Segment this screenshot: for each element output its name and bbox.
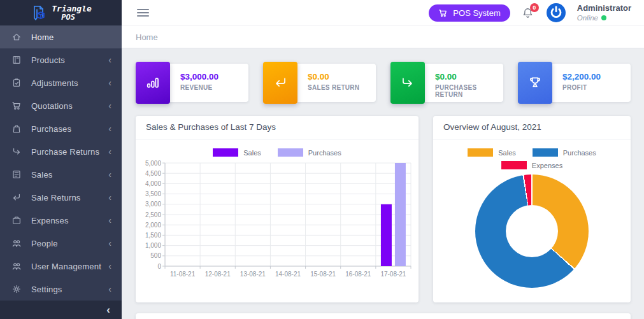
sidebar-item-home[interactable]: Home [0,25,122,48]
legend-item-sales[interactable]: Sales [213,148,261,157]
stat-value: $0.00 [308,72,376,82]
pos-system-button-label: POS System [453,8,500,18]
user-avatar[interactable] [547,3,566,22]
return-left-icon [273,75,288,90]
sidebar-item-people[interactable]: People‹ [0,232,122,255]
sidebar-item-purchases[interactable]: Purchases‹ [0,117,122,140]
donut-hole [506,205,558,257]
svg-text:1,500: 1,500 [145,232,161,239]
svg-text:14-08-21: 14-08-21 [275,271,301,278]
stat-icon-box [136,62,170,104]
legend-item-sales[interactable]: Sales [468,148,516,157]
legend-item-purchases[interactable]: Purchases [278,148,341,157]
notifications-bell[interactable]: 0 [522,7,534,19]
legend-item-purchases[interactable]: Purchases [533,148,596,157]
notification-count-badge: 0 [530,3,539,12]
pos-system-button[interactable]: POS System [429,4,510,22]
stat-text: $0.00PURCHASES RETURN [435,64,503,98]
chevron-left-icon: ‹ [108,262,111,271]
chevron-left-icon: ‹ [108,101,111,110]
bar-chart-legend: SalesPurchases [136,148,419,157]
sidebar-collapse-button[interactable]: ‹ [106,304,110,315]
sidebar-item-user-management[interactable]: User Management‹ [0,255,122,278]
svg-text:0: 0 [157,263,161,270]
chevron-left-icon: ‹ [108,78,111,87]
chevron-left-icon: ‹ [108,285,111,294]
sales-purchases-chart-card: Sales & Purchases of Last 7 Days SalesPu… [136,116,419,302]
sidebar-item-sales[interactable]: Sales‹ [0,163,122,186]
bar-chart-icon [145,75,161,90]
svg-text:2,500: 2,500 [145,211,161,218]
expenses-icon [11,215,22,225]
donut-chart [475,174,589,288]
purchase-returns-icon [11,146,22,157]
stat-text: $2,200.00PROFIT [562,64,631,91]
svg-text:16-08-21: 16-08-21 [345,271,371,278]
stat-card-purchases-return: $0.00PURCHASES RETURN [390,64,503,102]
stat-icon-box [518,62,552,104]
stat-value: $3,000.00 [180,72,248,82]
svg-text:2,000: 2,000 [145,222,161,229]
chevron-left-icon: ‹ [108,147,111,156]
stat-card-sales-return: $0.00SALES RETURN [263,64,376,102]
brand-logo[interactable]: Triangle POS [0,0,122,25]
svg-text:12-08-21: 12-08-21 [205,271,231,278]
stat-label: PROFIT [562,84,631,91]
sidebar-item-products[interactable]: Products‹ [0,48,122,71]
sidebar-item-label: Products [31,55,108,65]
sidebar-item-settings[interactable]: Settings‹ [0,278,122,301]
sidebar-item-label: Sale Returns [31,193,108,202]
stat-label: SALES RETURN [308,84,376,91]
sidebar-item-adjustments[interactable]: Adjustments‹ [0,71,122,94]
svg-text:11-08-21: 11-08-21 [170,271,196,278]
breadcrumb-current[interactable]: Home [136,32,158,42]
bar-sales-17-08-21 [381,204,392,266]
sidebar-item-label: Home [31,32,111,42]
donut-chart-body: SalesPurchasesExpenses [433,148,631,288]
return-right-icon [400,75,415,90]
donut-chart-legend: SalesPurchasesExpenses [458,148,606,169]
brand-name: Triangle POS [52,4,92,20]
main-area: POS System 0 Administrator [122,0,644,319]
stat-value: $2,200.00 [562,72,631,82]
svg-text:4,000: 4,000 [145,180,161,187]
cart-icon [438,8,448,18]
sidebar-item-purchase-returns[interactable]: Purchase Returns‹ [0,140,122,163]
legend-swatch [501,161,527,169]
stat-icon-box [263,62,297,104]
sidebar-item-sale-returns[interactable]: Sale Returns‹ [0,186,122,209]
bar-chart-title: Sales & Purchases of Last 7 Days [136,116,419,139]
charts-row: Sales & Purchases of Last 7 Days SalesPu… [136,116,631,302]
donut-chart-title: Overview of August, 2021 [433,116,631,139]
products-icon [11,55,22,65]
sidebar-item-expenses[interactable]: Expenses‹ [0,209,122,232]
legend-item-expenses[interactable]: Expenses [501,161,562,169]
stat-label: REVENUE [180,84,248,91]
stat-text: $0.00SALES RETURN [308,64,376,91]
stats-row: $3,000.00REVENUE$0.00SALES RETURN$0.00PU… [136,62,631,102]
user-menu[interactable]: Administrator Online [577,3,631,23]
svg-text:500: 500 [150,252,161,259]
sidebar-item-label: People [31,239,108,248]
legend-swatch [278,148,303,157]
purchases-icon [11,124,22,134]
svg-text:1,000: 1,000 [145,242,161,249]
svg-text:15-08-21: 15-08-21 [310,271,336,278]
svg-text:3,500: 3,500 [145,190,161,197]
sale-returns-icon [11,192,22,202]
sidebar-item-label: Expenses [31,216,108,225]
user-status: Online [577,13,631,22]
svg-text:13-08-21: 13-08-21 [240,271,266,278]
chevron-left-icon: ‹ [108,216,111,225]
stat-card-profit: $2,200.00PROFIT [518,64,631,102]
app-root: Triangle POS HomeProducts‹Adjustments‹Qu… [0,0,644,319]
user-name: Administrator [577,3,631,13]
legend-label: Sales [498,149,516,157]
people-icon [11,238,22,248]
sidebar-item-quotations[interactable]: Quotations‹ [0,94,122,117]
svg-text:5,000: 5,000 [145,160,161,167]
svg-text:4,500: 4,500 [145,170,161,177]
svg-text:17-08-21: 17-08-21 [380,271,406,278]
hamburger-menu-icon[interactable] [136,6,150,19]
legend-swatch [468,148,493,157]
